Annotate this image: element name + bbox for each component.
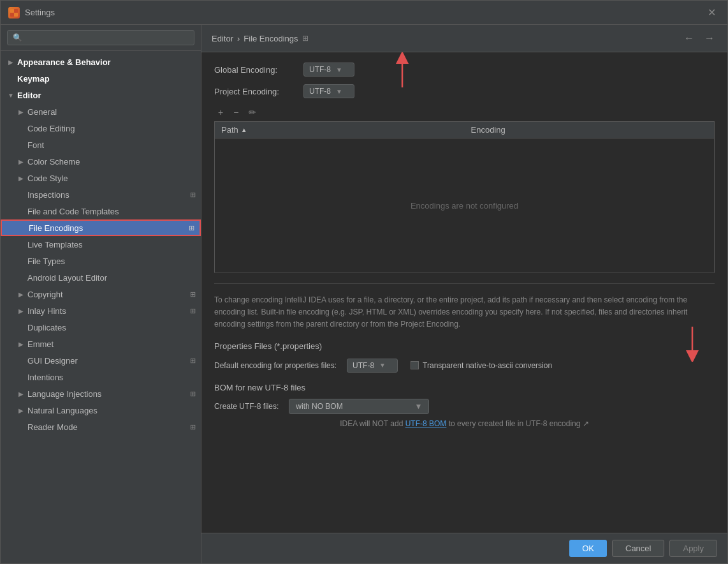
sidebar-item-emmet[interactable]: ▶ Emmet <box>1 336 201 352</box>
properties-section-title: Properties Files (*.properties) <box>214 341 715 351</box>
main-panel: Editor › File Encodings ⊞ ← → Global Enc… <box>201 25 727 563</box>
expand-icon: ▶ <box>16 308 26 315</box>
sidebar-item-label: Code Editing <box>27 124 196 133</box>
encoding-column-header: Encoding <box>465 122 715 138</box>
table-empty-message: Encodings are not configured <box>221 142 708 269</box>
sort-arrow-icon: ▲ <box>241 126 247 133</box>
nav-forward-button[interactable]: → <box>702 31 717 45</box>
sidebar-item-editor[interactable]: ▼ Editor <box>1 87 201 103</box>
dropdown-arrow-icon: ▼ <box>414 402 422 411</box>
sidebar-item-label: Language Injections <box>27 389 187 399</box>
sidebar-item-code-style[interactable]: ▶ Code Style <box>1 170 201 186</box>
sidebar-item-language-injections[interactable]: ▶ Language Injections ⊞ <box>1 385 201 402</box>
sidebar-item-reader-mode[interactable]: Reader Mode ⊞ <box>1 419 201 435</box>
sidebar-item-label: Editor <box>17 91 196 100</box>
apply-button[interactable]: Apply <box>669 540 717 557</box>
bom-note: IDEA will NOT add UTF-8 BOM to every cre… <box>214 419 715 428</box>
sidebar-item-label: General <box>27 107 196 117</box>
sidebar-item-file-code-templates[interactable]: File and Code Templates <box>1 203 201 219</box>
sidebar-item-color-scheme[interactable]: ▶ Color Scheme <box>1 153 201 170</box>
sidebar-item-label: Android Layout Editor <box>27 273 196 283</box>
sidebar-item-label: File and Code Templates <box>27 207 196 216</box>
sidebar-item-inspections[interactable]: Inspections ⊞ <box>1 186 201 203</box>
settings-window: Settings ✕ ▶ Appearance & Behavior Keyma… <box>0 0 728 564</box>
search-input[interactable] <box>7 30 194 45</box>
sidebar-item-label: Copyright <box>27 290 187 299</box>
sidebar-item-code-editing[interactable]: Code Editing <box>1 120 201 137</box>
panel-header: Editor › File Encodings ⊞ ← → <box>201 25 727 52</box>
expand-icon: ▶ <box>6 59 16 66</box>
item-badge: ⊞ <box>190 390 196 398</box>
sidebar-item-copyright[interactable]: ▶ Copyright ⊞ <box>1 286 201 302</box>
sidebar-item-gui-designer[interactable]: GUI Designer ⊞ <box>1 352 201 369</box>
bom-section-title: BOM for new UTF-8 files <box>214 383 715 392</box>
transparent-checkbox-label: Transparent native-to-ascii conversion <box>411 361 552 370</box>
breadcrumb-current: File Encodings <box>244 34 298 43</box>
sidebar-item-label: Color Scheme <box>27 157 196 167</box>
sidebar-item-label: Live Templates <box>27 240 196 249</box>
sidebar-item-label: Duplicates <box>27 323 196 332</box>
close-button[interactable]: ✕ <box>704 4 720 21</box>
properties-encoding-value: UTF-8 <box>353 361 374 370</box>
global-encoding-row: Global Encoding: UTF-8 ▼ <box>214 63 715 77</box>
sidebar-item-font[interactable]: Font <box>1 137 201 153</box>
create-utf8-dropdown[interactable]: with NO BOM ▼ <box>289 399 429 414</box>
properties-encoding-row: Default encoding for properties files: U… <box>214 359 715 373</box>
properties-section: Properties Files (*.properties) Default … <box>214 341 715 373</box>
add-button[interactable]: + <box>214 106 227 119</box>
sidebar-item-label: Keymap <box>17 74 196 84</box>
sidebar-item-label: Font <box>27 140 196 150</box>
item-badge: ⊞ <box>189 224 194 232</box>
sidebar-item-inlay-hints[interactable]: ▶ Inlay Hints ⊞ <box>1 302 201 319</box>
sidebar-item-duplicates[interactable]: Duplicates <box>1 319 201 336</box>
ok-button[interactable]: OK <box>569 540 607 557</box>
sidebar-item-file-types[interactable]: File Types <box>1 253 201 269</box>
sidebar-item-general[interactable]: ▶ General <box>1 103 201 120</box>
sidebar-item-label: Emmet <box>27 339 196 349</box>
sidebar-item-label: File Types <box>27 256 196 266</box>
sidebar-tree: ▶ Appearance & Behavior Keymap ▼ Editor … <box>1 51 201 563</box>
create-utf8-value: with NO BOM <box>296 402 342 411</box>
sidebar-item-label: Inlay Hints <box>27 306 187 316</box>
sidebar-item-android-layout-editor[interactable]: Android Layout Editor <box>1 269 201 286</box>
edit-button[interactable]: ✏ <box>245 106 260 119</box>
item-badge: ⊞ <box>190 357 196 365</box>
main-content: ▶ Appearance & Behavior Keymap ▼ Editor … <box>1 25 727 563</box>
global-encoding-dropdown[interactable]: UTF-8 ▼ <box>303 63 354 77</box>
svg-rect-2 <box>10 13 14 17</box>
encoding-table: Path ▲ Encoding Encodings <box>214 121 715 273</box>
bom-select-row: Create UTF-8 files: with NO BOM ▼ <box>214 399 715 414</box>
item-badge: ⊞ <box>190 191 196 199</box>
sidebar-item-label: Inspections <box>27 190 187 200</box>
sidebar-item-live-templates[interactable]: Live Templates <box>1 236 201 253</box>
cancel-button[interactable]: Cancel <box>612 540 664 557</box>
breadcrumb-separator: › <box>237 34 240 43</box>
dropdown-arrow-icon: ▼ <box>379 362 386 369</box>
expand-icon: ▼ <box>6 92 16 99</box>
item-badge: ⊞ <box>190 307 196 315</box>
bom-link[interactable]: UTF-8 BOM <box>405 419 447 428</box>
project-encoding-dropdown[interactable]: UTF-8 ▼ <box>303 84 354 98</box>
transparent-checkbox[interactable] <box>411 361 419 369</box>
path-column-header: Path ▲ <box>215 122 465 138</box>
expand-icon: ▶ <box>16 158 26 165</box>
sidebar-item-label: Code Style <box>27 174 196 183</box>
sidebar-item-appearance[interactable]: ▶ Appearance & Behavior <box>1 54 201 70</box>
sidebar-item-file-encodings[interactable]: File Encodings ⊞ <box>1 219 201 236</box>
expand-icon: ▶ <box>16 341 26 348</box>
remove-button[interactable]: − <box>229 106 242 119</box>
dropdown-arrow-icon: ▼ <box>336 88 342 95</box>
expand-icon: ▶ <box>16 175 26 182</box>
properties-encoding-dropdown[interactable]: UTF-8 ▼ <box>347 359 398 373</box>
project-encoding-value: UTF-8 <box>309 87 331 96</box>
nav-back-button[interactable]: ← <box>681 31 697 45</box>
window-title: Settings <box>25 8 704 17</box>
dropdown-arrow-icon: ▼ <box>336 66 342 73</box>
svg-rect-3 <box>14 13 18 17</box>
sidebar-item-label: Appearance & Behavior <box>17 57 196 67</box>
global-encoding-value: UTF-8 <box>309 65 331 74</box>
sidebar-item-keymap[interactable]: Keymap <box>1 70 201 87</box>
sidebar-item-natural-languages[interactable]: ▶ Natural Languages <box>1 402 201 419</box>
sidebar-item-label: Intentions <box>27 373 196 382</box>
sidebar-item-intentions[interactable]: Intentions <box>1 369 201 385</box>
